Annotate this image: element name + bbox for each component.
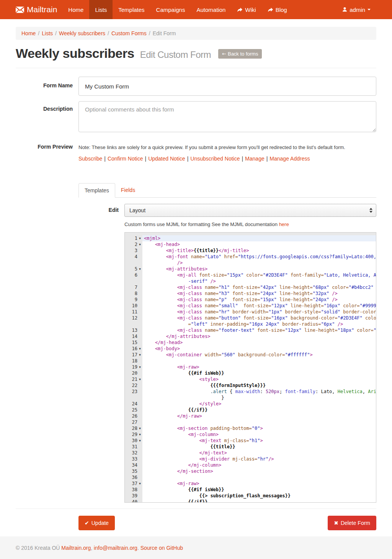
footer-link-source-on-github[interactable]: Source on GitHub xyxy=(140,545,183,551)
nav-item-blog[interactable]: Blog xyxy=(262,0,293,19)
mjml-docs-link[interactable]: here xyxy=(279,221,289,227)
fold-arrow-icon[interactable]: ▾ xyxy=(137,364,142,370)
back-to-forms-button[interactable]: ←Back to forms xyxy=(218,49,262,59)
line-number: 9 xyxy=(125,297,137,303)
line-number: 28 xyxy=(125,425,137,431)
footer-link-info-mailtrain-org[interactable]: info@mailtrain.org xyxy=(94,545,137,551)
editor-line: 3 <mj-title>{{title}}</mj-title> xyxy=(125,248,376,254)
line-number: 22 xyxy=(125,382,137,389)
fold-spacer xyxy=(137,297,142,303)
fold-arrow-icon[interactable]: ▾ xyxy=(137,438,142,444)
description-textarea[interactable] xyxy=(78,101,376,132)
breadcrumb-link[interactable]: Custom Forms xyxy=(111,30,147,36)
code-text: <mj-raw> xyxy=(142,480,376,487)
line-number: 12 xyxy=(125,315,137,321)
line-number: 13 xyxy=(125,327,137,333)
editor-gutter: 27 xyxy=(125,419,142,425)
nav-item-templates[interactable]: Templates xyxy=(113,0,150,19)
breadcrumb-link[interactable]: Weekly subscribers xyxy=(59,30,105,36)
fold-arrow-icon[interactable]: ▾ xyxy=(137,241,142,248)
line-number: 4 xyxy=(125,254,137,260)
fold-spacer xyxy=(137,278,142,284)
update-button[interactable]: ✔Update xyxy=(78,516,115,530)
fold-arrow-icon[interactable]: ▾ xyxy=(137,425,142,431)
code-text: ="left" inner-padding="16px 24px" border… xyxy=(142,321,376,327)
editor-line: 9 <mj-class name="p" font-size="15px" li… xyxy=(125,297,376,303)
tab-templates[interactable]: Templates xyxy=(78,183,115,198)
delete-form-button[interactable]: ✖Delete Form xyxy=(328,516,376,530)
code-text: </mj-head> xyxy=(142,339,376,346)
code-text: </mj-column> xyxy=(142,462,376,468)
brand-logo[interactable]: Mailtrain xyxy=(16,0,62,19)
breadcrumb-separator: / xyxy=(147,30,153,36)
editor-line: 38 {{#if isWeb}} xyxy=(125,487,376,493)
line-number: 33 xyxy=(125,456,137,462)
footer-link-mailtrain-org[interactable]: Mailtrain.org xyxy=(61,545,91,551)
code-text: <mj-raw> xyxy=(142,364,376,370)
fold-spacer xyxy=(137,303,142,309)
code-text: {{#if isWeb}} xyxy=(142,370,376,376)
preview-link-manage-address[interactable]: Manage Address xyxy=(270,156,310,162)
editor-line: 31 {{title}} xyxy=(125,444,376,450)
link-separator: | xyxy=(143,156,149,162)
fold-arrow-icon[interactable]: ▾ xyxy=(137,480,142,487)
nav-item-wiki[interactable]: Wiki xyxy=(231,0,261,19)
user-menu[interactable]: admin xyxy=(336,0,376,19)
description-label: Description xyxy=(16,101,78,134)
fold-spacer xyxy=(137,389,142,395)
form-name-input[interactable] xyxy=(78,77,376,96)
editor-gutter: 37▾ xyxy=(125,480,142,487)
title-divider xyxy=(16,68,376,68)
editor-gutter: 38 xyxy=(125,487,142,493)
line-number: 15 xyxy=(125,339,137,346)
editor-gutter: 36 xyxy=(125,474,142,480)
preview-link-subscribe[interactable]: Subscribe xyxy=(78,156,102,162)
fold-spacer xyxy=(137,309,142,315)
nav-item-campaigns[interactable]: Campaigns xyxy=(150,0,191,19)
line-number: 20 xyxy=(125,370,137,376)
fold-spacer xyxy=(137,321,142,327)
nav-item-automation[interactable]: Automation xyxy=(191,0,231,19)
mjml-code-editor[interactable]: 1▾<mjml>2▾ <mj-head>3 <mj-title>{{title}… xyxy=(124,232,376,503)
fold-arrow-icon[interactable]: ▾ xyxy=(137,235,142,241)
editor-line: 27 xyxy=(125,419,376,425)
editor-gutter: 15 xyxy=(125,339,142,346)
tab-fields[interactable]: Fields xyxy=(115,183,141,198)
template-select[interactable]: Layout xyxy=(124,204,376,217)
editor-gutter xyxy=(125,260,142,266)
line-number: 36 xyxy=(125,474,137,480)
preview-link-manage[interactable]: Manage xyxy=(245,156,265,162)
preview-link-confirm-notice[interactable]: Confirm Notice xyxy=(108,156,143,162)
editor-gutter: 33 xyxy=(125,456,142,462)
fold-arrow-icon[interactable]: ▾ xyxy=(137,431,142,438)
fold-arrow-icon[interactable]: ▾ xyxy=(137,346,142,352)
link-separator: | xyxy=(185,156,191,162)
editor-line: 23 .alert { max-width: 520px; font-famil… xyxy=(125,389,376,395)
fold-spacer xyxy=(137,333,142,339)
nav-item-lists[interactable]: Lists xyxy=(89,0,113,19)
fold-arrow-icon[interactable]: ▾ xyxy=(137,376,142,382)
editor-line: 16▾ <mj-body> xyxy=(125,346,376,352)
line-number: 1 xyxy=(125,235,137,241)
editor-line: 22 {{{formInputStyle}}} xyxy=(125,382,376,389)
preview-note: Note: These links are solely for a quick… xyxy=(78,144,376,150)
line-number: 16 xyxy=(125,346,137,352)
editor-line: 40 {{/if}} xyxy=(125,499,376,503)
editor-gutter xyxy=(125,321,142,327)
preview-link-updated-notice[interactable]: Updated Notice xyxy=(148,156,185,162)
breadcrumb-link[interactable]: Lists xyxy=(42,30,53,36)
code-text xyxy=(142,474,376,480)
line-number: 14 xyxy=(125,333,137,339)
fold-arrow-icon[interactable]: ▾ xyxy=(137,352,142,358)
preview-link-unsubscribed-notice[interactable]: Unsubscribed Notice xyxy=(190,156,240,162)
editor-line: } xyxy=(125,395,376,401)
line-number xyxy=(125,321,137,327)
fold-arrow-icon[interactable]: ▾ xyxy=(137,266,142,272)
nav-item-home[interactable]: Home xyxy=(62,0,89,19)
page-subtitle: Edit Custom Form xyxy=(140,49,211,60)
breadcrumb-link[interactable]: Home xyxy=(21,30,36,36)
code-text: .alert { max-width: 520px; font-family: … xyxy=(142,389,376,395)
editor-gutter: 13 xyxy=(125,327,142,333)
code-text: </style> xyxy=(142,401,376,407)
editor-gutter: 23 xyxy=(125,389,142,395)
